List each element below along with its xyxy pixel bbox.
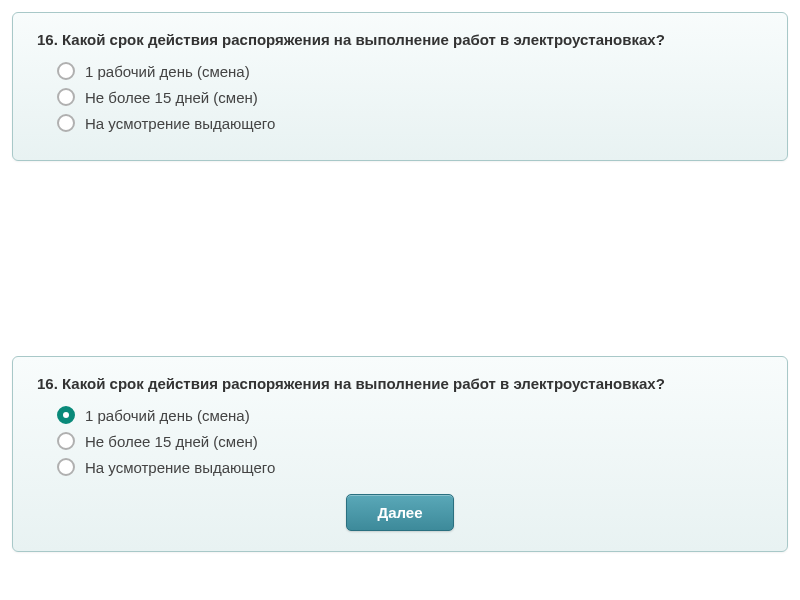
option-label: Не более 15 дней (смен) xyxy=(85,433,258,450)
question-number: 16. xyxy=(37,31,58,48)
question-body: Какой срок действия распоряжения на выпо… xyxy=(62,375,665,392)
options-list: 1 рабочий день (смена) Не более 15 дней … xyxy=(37,406,763,476)
button-container: Далее xyxy=(37,494,763,531)
options-list: 1 рабочий день (смена) Не более 15 дней … xyxy=(37,62,763,132)
option-label: Не более 15 дней (смен) xyxy=(85,89,258,106)
question-card-2: 16. Какой срок действия распоряжения на … xyxy=(12,356,788,552)
question-body: Какой срок действия распоряжения на выпо… xyxy=(62,31,665,48)
option-row-3[interactable]: На усмотрение выдающего xyxy=(57,114,763,132)
question-number: 16. xyxy=(37,375,58,392)
option-row-1[interactable]: 1 рабочий день (смена) xyxy=(57,62,763,80)
radio-icon[interactable] xyxy=(57,88,75,106)
option-label: На усмотрение выдающего xyxy=(85,115,275,132)
option-label: На усмотрение выдающего xyxy=(85,459,275,476)
radio-icon[interactable] xyxy=(57,432,75,450)
option-row-1[interactable]: 1 рабочий день (смена) xyxy=(57,406,763,424)
option-label: 1 рабочий день (смена) xyxy=(85,407,250,424)
question-title: 16. Какой срок действия распоряжения на … xyxy=(37,375,763,392)
option-row-3[interactable]: На усмотрение выдающего xyxy=(57,458,763,476)
option-row-2[interactable]: Не более 15 дней (смен) xyxy=(57,88,763,106)
radio-icon[interactable] xyxy=(57,62,75,80)
option-label: 1 рабочий день (смена) xyxy=(85,63,250,80)
question-title: 16. Какой срок действия распоряжения на … xyxy=(37,31,763,48)
radio-icon[interactable] xyxy=(57,406,75,424)
question-card-1: 16. Какой срок действия распоряжения на … xyxy=(12,12,788,161)
next-button[interactable]: Далее xyxy=(346,494,453,531)
radio-icon[interactable] xyxy=(57,458,75,476)
option-row-2[interactable]: Не более 15 дней (смен) xyxy=(57,432,763,450)
radio-icon[interactable] xyxy=(57,114,75,132)
